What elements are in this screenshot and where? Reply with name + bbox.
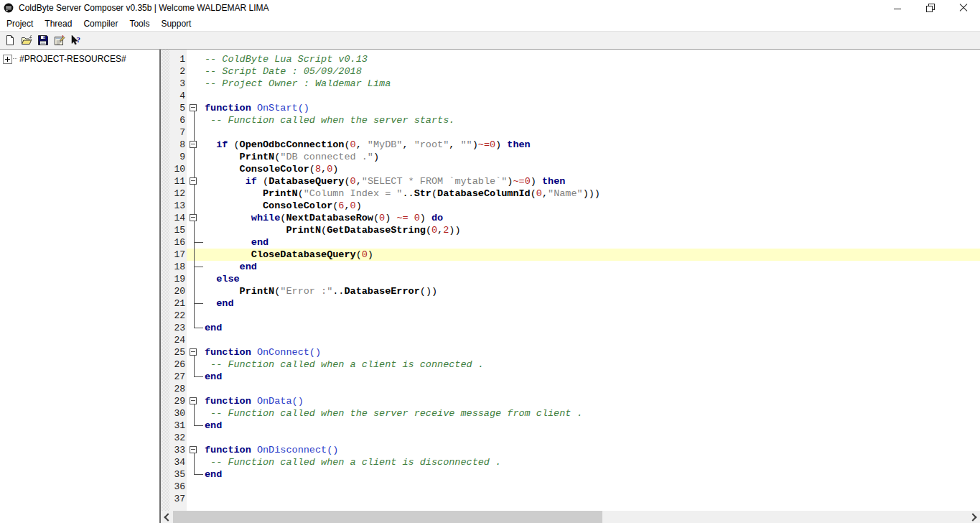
fold-cell[interactable] — [187, 444, 203, 456]
scrollbar-track[interactable] — [173, 511, 968, 523]
code-line-20[interactable]: 20 PrintN("Error :"..DatabaseError()) — [161, 285, 980, 297]
fold-collapse-icon[interactable] — [190, 348, 197, 356]
code-line-4[interactable]: 4 — [161, 90, 980, 102]
new-project-button[interactable] — [1, 32, 18, 48]
code-line-29[interactable]: 29function OnData() — [161, 395, 980, 407]
code-text: -- Function called when a client is disc… — [203, 456, 980, 468]
fold-cell — [187, 285, 203, 297]
close-button[interactable] — [947, 0, 980, 16]
selection-margin-cell — [161, 102, 169, 114]
code-line-13[interactable]: 13 ConsoleColor(6,0) — [161, 200, 980, 212]
scrollbar-thumb[interactable] — [173, 511, 602, 523]
line-number: 22 — [169, 310, 187, 322]
code-line-12[interactable]: 12 PrintN("Column Index = "..Str(Databas… — [161, 188, 980, 200]
fold-cell[interactable] — [187, 346, 203, 358]
panel-splitter[interactable] — [154, 50, 161, 523]
code-line-25[interactable]: 25function OnConnect() — [161, 346, 980, 358]
fold-cell[interactable] — [187, 139, 203, 151]
code-line-28[interactable]: 28 — [161, 383, 980, 395]
code-line-14[interactable]: 14 while(NextDatabaseRow(0) ~= 0) do — [161, 212, 980, 224]
restore-icon — [926, 4, 935, 12]
code-line-19[interactable]: 19 else — [161, 273, 980, 285]
selection-margin-cell — [161, 468, 169, 481]
project-tree-panel[interactable]: #PROJECT-RESOURCES# — [0, 50, 154, 523]
new-document-icon — [4, 34, 16, 46]
code-line-32[interactable]: 32 — [161, 432, 980, 444]
line-number: 31 — [169, 420, 187, 432]
line-number: 33 — [169, 444, 187, 456]
fold-cell[interactable] — [187, 175, 203, 188]
selection-margin-cell — [161, 53, 169, 65]
code-line-1[interactable]: 1-- ColdByte Lua Script v0.13 — [161, 53, 980, 65]
menu-item-project[interactable]: Project — [1, 17, 39, 31]
code-line-10[interactable]: 10 ConsoleColor(8,0) — [161, 163, 980, 175]
fold-collapse-icon[interactable] — [190, 214, 197, 221]
fold-cell — [187, 200, 203, 212]
line-number: 12 — [169, 188, 187, 200]
code-line-33[interactable]: 33function OnDisconnect() — [161, 444, 980, 456]
tree-item-project-resources[interactable]: #PROJECT-RESOURCES# — [0, 53, 154, 65]
properties-button[interactable] — [51, 32, 67, 48]
selection-margin-cell — [161, 456, 169, 468]
open-button[interactable] — [18, 32, 34, 48]
code-line-31[interactable]: 31end — [161, 420, 980, 432]
code-line-7[interactable]: 7 — [161, 126, 980, 139]
fold-collapse-icon[interactable] — [190, 104, 197, 111]
menu-item-tools[interactable]: Tools — [123, 17, 155, 31]
code-line-21[interactable]: 21 end — [161, 297, 980, 310]
line-number: 14 — [169, 212, 187, 224]
save-button[interactable] — [34, 32, 51, 48]
selection-margin-cell — [161, 90, 169, 102]
code-line-17[interactable]: 17 CloseDatabaseQuery(0) — [161, 249, 980, 261]
line-number: 34 — [169, 456, 187, 468]
fold-cell[interactable] — [187, 395, 203, 407]
help-button[interactable]: ? — [67, 32, 84, 48]
fold-collapse-icon[interactable] — [190, 141, 197, 148]
window-title: ColdByte Server Composer v0.35b | Welcom… — [19, 3, 269, 13]
code-editor[interactable]: 1-- ColdByte Lua Script v0.132-- Script … — [161, 50, 980, 523]
code-line-3[interactable]: 3-- Project Owner : Waldemar Lima — [161, 78, 980, 90]
line-number: 8 — [169, 139, 187, 151]
scroll-left-button[interactable] — [161, 511, 173, 523]
fold-collapse-icon[interactable] — [190, 177, 197, 185]
code-line-23[interactable]: 23end — [161, 322, 980, 334]
code-line-36[interactable]: 36 — [161, 481, 980, 493]
fold-collapse-icon[interactable] — [190, 446, 197, 453]
menu-item-support[interactable]: Support — [155, 17, 197, 31]
code-line-16[interactable]: 16 end — [161, 236, 980, 249]
code-line-5[interactable]: 5function OnStart() — [161, 102, 980, 114]
tree-item-label: #PROJECT-RESOURCES# — [18, 54, 128, 64]
code-line-34[interactable]: 34 -- Function called when a client is d… — [161, 456, 980, 468]
code-line-35[interactable]: 35end — [161, 468, 980, 481]
code-line-11[interactable]: 11 if (DatabaseQuery(0,"SELECT * FROM `m… — [161, 175, 980, 188]
line-number: 19 — [169, 273, 187, 285]
code-line-27[interactable]: 27end — [161, 371, 980, 383]
menu-item-thread[interactable]: Thread — [39, 17, 78, 31]
code-line-24[interactable]: 24 — [161, 334, 980, 346]
code-text: -- Function called when a client is conn… — [203, 358, 980, 371]
menu-item-compiler[interactable]: Compiler — [78, 17, 123, 31]
expand-plus-icon[interactable] — [3, 55, 12, 64]
fold-cell[interactable] — [187, 212, 203, 224]
horizontal-scrollbar[interactable] — [161, 511, 980, 523]
code-line-15[interactable]: 15 PrintN(GetDatabaseString(0,2)) — [161, 224, 980, 236]
restore-button[interactable] — [914, 0, 947, 16]
toolbar: ? — [0, 31, 980, 50]
code-line-18[interactable]: 18 end — [161, 261, 980, 273]
code-line-9[interactable]: 9 PrintN("DB connected .") — [161, 151, 980, 163]
fold-cell[interactable] — [187, 102, 203, 114]
code-line-30[interactable]: 30 -- Function called when the server re… — [161, 407, 980, 420]
code-text — [203, 493, 980, 505]
code-line-37[interactable]: 37 — [161, 493, 980, 505]
minimize-button[interactable] — [881, 0, 914, 16]
code-line-8[interactable]: 8 if (OpenOdbcConnection(0, "MyDB", "roo… — [161, 139, 980, 151]
code-line-6[interactable]: 6 -- Function called when the server sta… — [161, 114, 980, 126]
code-line-26[interactable]: 26 -- Function called when a client is c… — [161, 358, 980, 371]
code-line-22[interactable]: 22 — [161, 310, 980, 322]
fold-collapse-icon[interactable] — [190, 397, 197, 404]
code-text: -- Function called when the server recei… — [203, 407, 980, 420]
code-line-2[interactable]: 2-- Script Date : 05/09/2018 — [161, 65, 980, 78]
fold-cell — [187, 358, 203, 371]
scroll-right-button[interactable] — [968, 511, 980, 523]
code-lines[interactable]: 1-- ColdByte Lua Script v0.132-- Script … — [161, 53, 980, 505]
